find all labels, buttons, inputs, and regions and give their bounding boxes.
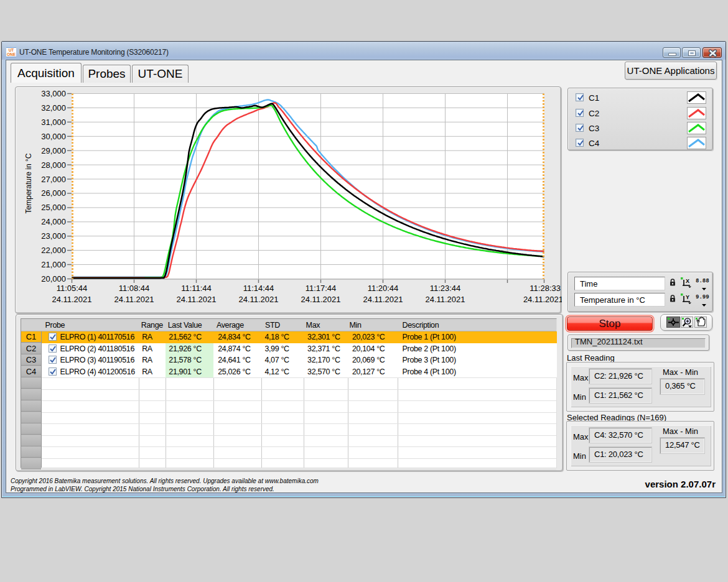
svg-text:28,000: 28,000: [41, 160, 66, 170]
svg-text:X: X: [686, 278, 689, 284]
svg-text:23,000: 23,000: [41, 231, 66, 241]
svg-text:25,000: 25,000: [41, 203, 66, 212]
svg-text:24.11.2021: 24.11.2021: [301, 295, 340, 304]
svg-text:24,000: 24,000: [41, 217, 66, 226]
svg-text:21,000: 21,000: [41, 260, 66, 269]
svg-text:11:28:33: 11:28:33: [530, 284, 561, 293]
svg-text:11:08:44: 11:08:44: [119, 284, 150, 293]
svg-text:24.11.2021: 24.11.2021: [114, 295, 154, 304]
svg-text:27,000: 27,000: [41, 175, 66, 184]
svg-text:24.11.2021: 24.11.2021: [523, 295, 562, 304]
svg-text:11:17:44: 11:17:44: [306, 284, 337, 293]
svg-text:24.11.2021: 24.11.2021: [176, 295, 216, 304]
svg-text:31,000: 31,000: [41, 118, 66, 127]
svg-text:11:20:44: 11:20:44: [368, 284, 399, 293]
svg-text:Temperature in °C: Temperature in °C: [24, 153, 33, 213]
svg-text:33,000: 33,000: [41, 89, 66, 98]
svg-text:11:14:44: 11:14:44: [243, 284, 274, 293]
svg-text:24.11.2021: 24.11.2021: [238, 295, 278, 304]
svg-text:11:11:44: 11:11:44: [181, 284, 212, 293]
svg-text:24.11.2021: 24.11.2021: [52, 295, 91, 304]
svg-text:26,000: 26,000: [41, 188, 66, 198]
svg-text:24.11.2021: 24.11.2021: [363, 295, 403, 304]
svg-text:Y: Y: [686, 294, 689, 300]
svg-text:32,000: 32,000: [41, 103, 66, 113]
svg-text:11:23:44: 11:23:44: [430, 284, 461, 293]
svg-text:30,000: 30,000: [41, 132, 66, 141]
svg-text:29,000: 29,000: [41, 146, 66, 155]
svg-text:24.11.2021: 24.11.2021: [425, 295, 465, 304]
svg-text:22,000: 22,000: [41, 246, 66, 255]
svg-text:11:05:44: 11:05:44: [57, 284, 88, 293]
svg-text:20,000: 20,000: [41, 274, 66, 284]
